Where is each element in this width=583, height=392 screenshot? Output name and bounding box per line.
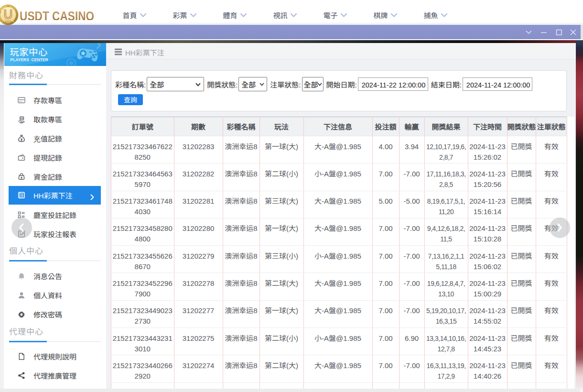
svg-text:Casino: Casino — [5, 20, 12, 22]
